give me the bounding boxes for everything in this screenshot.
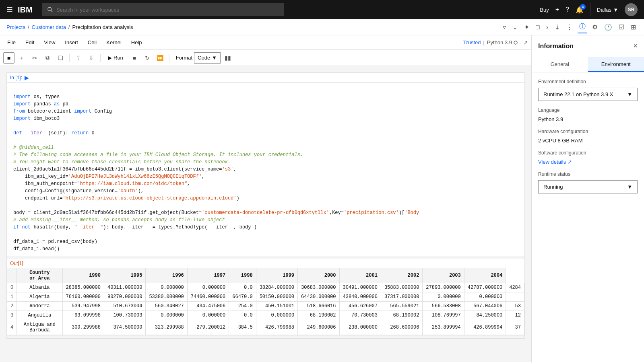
info-icon[interactable]: ⓘ bbox=[578, 21, 587, 33]
output-table-container: Countryor Area 1990 1995 1996 1997 1998 … bbox=[7, 268, 524, 335]
format-label: Format bbox=[176, 55, 192, 61]
svg-line-1 bbox=[51, 10, 52, 12]
view-details-link[interactable]: View details ↗ bbox=[538, 159, 638, 165]
run-cell-button[interactable]: ▶ bbox=[25, 74, 29, 81]
chevron-icon[interactable]: ⌄ bbox=[511, 22, 519, 33]
add-cell-button[interactable]: + bbox=[16, 52, 27, 64]
menu-insert[interactable]: Insert bbox=[61, 38, 82, 47]
row-value: 74460.000000 bbox=[187, 292, 229, 302]
col-header-idx bbox=[7, 268, 17, 283]
output-table: Countryor Area 1990 1995 1996 1997 1998 … bbox=[7, 268, 524, 335]
code-scroll-bar[interactable] bbox=[7, 256, 524, 259]
search-bar[interactable] bbox=[42, 3, 284, 16]
row-value: 279.200012 bbox=[187, 320, 229, 335]
user-avatar[interactable]: SR bbox=[625, 3, 638, 16]
table-row: 1Algeria76160.00000090270.00000053380.00… bbox=[7, 292, 524, 302]
row-value: 518.666016 bbox=[298, 302, 339, 311]
chevron-right-icon[interactable]: › bbox=[545, 22, 550, 33]
row-value: 28385.000000 bbox=[62, 283, 104, 292]
breadcrumb-customer-data[interactable]: Customer data bbox=[32, 24, 66, 30]
trusted-label[interactable]: Trusted bbox=[463, 39, 481, 45]
language-label: Language bbox=[538, 107, 638, 113]
software-label: Software configuration bbox=[538, 150, 638, 156]
restart-run-button[interactable]: ⏩ bbox=[155, 52, 166, 64]
run-button[interactable]: ▶ Run bbox=[104, 53, 127, 62]
cut-button[interactable]: ✂ bbox=[29, 52, 40, 64]
row-value: 0.000000 bbox=[146, 311, 187, 320]
row-value: 30491.000000 bbox=[339, 283, 381, 292]
menu-view[interactable]: View bbox=[40, 38, 59, 47]
menu-help[interactable]: Help bbox=[127, 38, 146, 47]
buy-button[interactable]: Buy bbox=[540, 7, 549, 13]
row-value: 300.299988 bbox=[62, 320, 104, 335]
svg-point-0 bbox=[48, 7, 52, 11]
table-row: 4Antigua and Barbuda300.299988374.500000… bbox=[7, 320, 524, 335]
menu-edit[interactable]: Edit bbox=[21, 38, 38, 47]
settings-icon[interactable]: ⚙ bbox=[590, 22, 599, 33]
row-value: 238.000000 bbox=[339, 320, 381, 335]
search-input[interactable] bbox=[56, 7, 279, 13]
restart-button[interactable]: ↻ bbox=[142, 52, 153, 64]
table-row: 3Anguilla93.099998100.7300030.0000000.00… bbox=[7, 311, 524, 320]
move-down-button[interactable]: ⇩ bbox=[86, 52, 97, 64]
keyboard-shortcuts-button[interactable]: ▮▮ bbox=[222, 52, 233, 64]
output-scroll-bar[interactable] bbox=[7, 335, 524, 338]
row-value bbox=[506, 292, 524, 302]
env-def-dropdown[interactable]: Runtime 22.1 on Python 3.9 X ▼ bbox=[538, 88, 638, 101]
filter-icon[interactable]: ▿ bbox=[501, 22, 508, 33]
row-value: 249.600006 bbox=[298, 320, 339, 335]
cell-in-label: In [1]: ▶ bbox=[7, 73, 524, 82]
more-icon[interactable]: ⋮ bbox=[565, 22, 574, 33]
external-link-icon: ↗ bbox=[568, 159, 572, 165]
download-icon[interactable]: ⇣ bbox=[553, 22, 561, 33]
comment-icon[interactable]: ☑ bbox=[617, 22, 626, 33]
expand-icon[interactable]: ↗ bbox=[523, 39, 528, 46]
row-value: 40311.000000 bbox=[104, 283, 145, 292]
breadcrumb-projects[interactable]: Projects bbox=[6, 24, 25, 30]
region-selector[interactable]: Dallas ▼ bbox=[597, 7, 618, 13]
row-value: 53 bbox=[506, 302, 524, 311]
row-value: 37317.000000 bbox=[381, 292, 422, 302]
menu-kernel[interactable]: Kernel bbox=[102, 38, 126, 47]
table-row: 0Albania28385.00000040311.0000000.000000… bbox=[7, 283, 524, 292]
row-value: 566.583008 bbox=[423, 302, 464, 311]
menu-file[interactable]: File bbox=[3, 38, 20, 47]
grid-icon[interactable]: ⊞ bbox=[629, 22, 638, 33]
row-value: 0.000000 bbox=[256, 311, 297, 320]
add-icon[interactable]: + bbox=[555, 6, 559, 13]
code-editor[interactable]: import os, types import pandas as pd fro… bbox=[7, 82, 524, 256]
col-header-1999: 1999 bbox=[256, 268, 297, 283]
interrupt-button[interactable]: ■ bbox=[129, 52, 140, 64]
paste-button[interactable]: ❏ bbox=[55, 52, 66, 64]
col-header-1996: 1996 bbox=[146, 268, 187, 283]
row-value: 93.099998 bbox=[62, 311, 104, 320]
hamburger-icon[interactable]: ☰ bbox=[6, 5, 13, 14]
move-up-button[interactable]: ⇧ bbox=[73, 52, 84, 64]
panel-tabs: General Environment bbox=[532, 57, 644, 72]
row-country: Anguilla bbox=[17, 311, 62, 320]
save-button[interactable]: ■ bbox=[3, 52, 14, 64]
row-value: 68.190002 bbox=[381, 311, 422, 320]
runtime-status-dropdown[interactable]: Running ▼ bbox=[538, 180, 638, 193]
cell-type-select[interactable]: Code ▼ bbox=[194, 52, 221, 64]
row-value: 0.000000 bbox=[464, 292, 506, 302]
menu-cell[interactable]: Cell bbox=[84, 38, 101, 47]
row-value: 565.559021 bbox=[381, 302, 422, 311]
row-value: 0.0 bbox=[229, 283, 256, 292]
chevron-down-icon: ▼ bbox=[627, 184, 632, 190]
col-header-2004: 2004 bbox=[464, 268, 506, 283]
notification-icon[interactable]: 🔔 4 bbox=[576, 6, 584, 14]
tab-environment[interactable]: Environment bbox=[588, 57, 644, 72]
breadcrumb-current: Precipitation data analysis bbox=[72, 24, 133, 30]
row-value: 42787.000000 bbox=[464, 283, 506, 292]
share-icon[interactable]: ✦ bbox=[522, 22, 531, 33]
row-value: 64430.000000 bbox=[298, 292, 339, 302]
col-header-2001: 2001 bbox=[339, 268, 381, 283]
panel-close-button[interactable]: × bbox=[633, 42, 638, 50]
catalog-icon[interactable]: □ bbox=[534, 22, 541, 33]
history-icon[interactable]: 🕐 bbox=[603, 22, 614, 33]
tab-general[interactable]: General bbox=[532, 57, 588, 72]
copy-button[interactable]: ⧉ bbox=[42, 52, 53, 64]
row-index: 0 bbox=[7, 283, 17, 292]
help-icon[interactable]: ? bbox=[566, 6, 569, 13]
